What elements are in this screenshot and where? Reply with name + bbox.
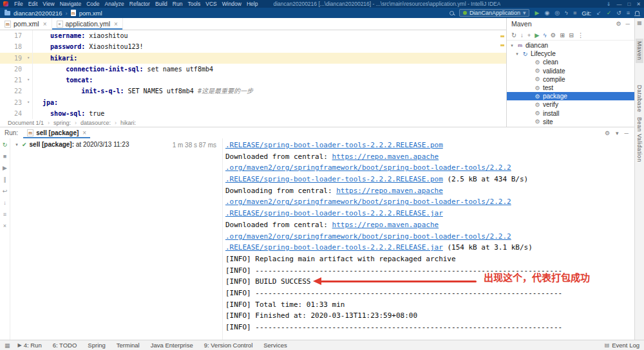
run-tab-sell-package[interactable]: m sell [package] ×: [23, 127, 90, 138]
menu-item-tools[interactable]: Tools: [185, 1, 203, 7]
tool-window-button-bean-validation[interactable]: Bean Validation: [636, 115, 643, 165]
editor-line[interactable]: 17 username: xiaoshitou: [0, 30, 506, 41]
breadcrumb-file[interactable]: pom.xml: [79, 10, 102, 17]
expand-all-icon[interactable]: ⊞: [560, 32, 565, 39]
restart-icon[interactable]: ▶: [3, 165, 7, 171]
notifications-bell-icon[interactable]: [635, 11, 639, 15]
editor-tab-application.yml[interactable]: ≡application.yml×: [52, 18, 123, 30]
stop-icon[interactable]: ■: [3, 153, 6, 160]
run-configuration-select[interactable]: DianCanApplication ▾: [459, 9, 530, 17]
status-bar-item-6-todo[interactable]: 6: TODO: [53, 342, 77, 349]
console-link[interactable]: .org/maven2/org/springframework/boot/spr…: [225, 232, 511, 241]
minimize-window-icon[interactable]: —: [616, 1, 621, 7]
soft-wrap-icon[interactable]: ↩: [3, 188, 8, 194]
gear-icon[interactable]: ⚙: [605, 130, 610, 136]
scroll-to-end-icon[interactable]: ↓: [3, 199, 6, 206]
fold-icon[interactable]: ▾: [24, 75, 32, 86]
collapse-all-icon[interactable]: ⊟: [569, 32, 574, 39]
expand-arrow-icon[interactable]: ▾: [515, 51, 520, 57]
console-link[interactable]: .RELEASE/spring-boot-loader-tools-2.2.2.…: [225, 243, 443, 252]
maven-node-site[interactable]: ⚙site: [507, 118, 634, 126]
menu-item-window[interactable]: Window: [220, 1, 244, 7]
add-maven-project-icon[interactable]: +: [527, 32, 531, 39]
maximize-window-icon[interactable]: □: [627, 1, 630, 7]
search-everywhere-icon[interactable]: [450, 11, 454, 15]
close-icon[interactable]: ×: [43, 21, 47, 28]
maven-node-package[interactable]: ⚙package: [507, 92, 634, 100]
stop-button[interactable]: ■: [573, 10, 576, 16]
breadcrumb-item[interactable]: datasource:: [80, 120, 111, 126]
maven-node-clean[interactable]: ⚙clean: [507, 58, 634, 66]
breadcrumb-item[interactable]: hikari:: [120, 120, 136, 126]
expand-arrow-icon[interactable]: ▾: [14, 142, 19, 147]
coverage-button[interactable]: ◎: [554, 10, 560, 16]
editor-line[interactable]: 20 connection-init-sql: set names utf8mb…: [0, 64, 506, 75]
more-options-icon[interactable]: ⋮: [578, 32, 584, 39]
console-link[interactable]: .org/maven2/org/springframework/boot/spr…: [225, 163, 511, 172]
maven-node-verify[interactable]: ⚙verify: [507, 100, 634, 109]
editor-tab-pom.xml[interactable]: mpom.xml×: [0, 18, 52, 30]
maven-node-validate[interactable]: ⚙validate: [507, 67, 634, 75]
editor-scrollbar[interactable]: [498, 30, 506, 119]
menu-item-refactor[interactable]: Refactor: [127, 1, 153, 7]
menu-item-help[interactable]: Help: [244, 1, 260, 7]
fold-icon[interactable]: ▾: [24, 97, 32, 108]
gear-icon[interactable]: ⚙: [616, 21, 621, 27]
rerun-icon[interactable]: ↻: [3, 142, 8, 148]
debug-button[interactable]: ◉: [544, 10, 549, 16]
menu-item-view[interactable]: View: [40, 1, 57, 7]
close-icon[interactable]: ×: [114, 21, 118, 28]
code-editor[interactable]: 17 username: xiaoshitou18 password: Xiao…: [0, 30, 506, 119]
hide-panel-icon[interactable]: ─: [626, 21, 630, 27]
refresh-icon[interactable]: ↻: [511, 32, 516, 39]
console-link[interactable]: https://repo.maven.apache: [332, 152, 439, 161]
download-indexes-icon[interactable]: ⇓: [607, 1, 611, 7]
tool-windows-icon[interactable]: ▦: [637, 20, 642, 26]
hide-panel-icon[interactable]: ─: [625, 130, 629, 136]
status-bar-item-services[interactable]: Services: [263, 342, 287, 349]
console-link[interactable]: .RELEASE/spring-boot-loader-tools-2.2.2.…: [225, 175, 443, 183]
maven-node-lifecycle[interactable]: ▾↻Lifecycle: [507, 50, 634, 58]
git-update-icon[interactable]: ↙: [596, 10, 601, 16]
close-icon[interactable]: ×: [82, 129, 86, 136]
tool-window-button-maven[interactable]: Maven: [636, 39, 643, 63]
menu-item-build[interactable]: Build: [153, 1, 170, 7]
git-commit-icon[interactable]: ✓: [607, 10, 612, 16]
run-button[interactable]: ▶: [535, 10, 539, 16]
console-link[interactable]: .RELEASE/spring-boot-loader-tools-2.2.2.…: [225, 209, 443, 217]
status-bar-item-terminal[interactable]: Terminal: [117, 342, 140, 349]
warning-stripe-mark[interactable]: [500, 35, 504, 37]
warning-stripe-mark[interactable]: [500, 44, 504, 46]
expand-arrow-icon[interactable]: ▾: [509, 43, 515, 48]
run-tree[interactable]: ▾ ✔ sell [package]: at 2020/3/13 11:23 1…: [10, 138, 223, 340]
maven-node-diancan[interactable]: ▾mdiancan: [507, 41, 634, 50]
menu-item-run[interactable]: Run: [170, 1, 185, 7]
console-link[interactable]: https://repo.maven.apache: [336, 187, 443, 195]
menu-item-code[interactable]: Code: [84, 1, 102, 7]
skip-tests-icon[interactable]: ϟ: [544, 32, 547, 39]
tool-window-switcher-icon[interactable]: ▦: [5, 342, 10, 349]
breadcrumb-item[interactable]: spring:: [53, 120, 71, 126]
console-link[interactable]: https://repo.maven.apache: [332, 221, 439, 229]
status-bar-item-spring[interactable]: Spring: [88, 342, 105, 349]
git-revert-icon[interactable]: ↺: [616, 10, 621, 16]
collapse-icon[interactable]: ▾: [616, 130, 619, 136]
maven-node-compile[interactable]: ⚙compile: [507, 75, 634, 84]
status-bar-item-java-enterprise[interactable]: Java Enterprise: [151, 342, 193, 349]
download-sources-icon[interactable]: ↓: [520, 32, 524, 39]
console-link[interactable]: .RELEASE/spring-boot-loader-tools-2.2.2.…: [225, 141, 443, 149]
editor-line[interactable]: 22 init-s-q-l: SET NAMES utf8mb4 #这是最重要的…: [0, 86, 506, 97]
clear-all-icon[interactable]: ×: [3, 223, 6, 229]
build-console[interactable]: .RELEASE/spring-boot-loader-tools-2.2.2.…: [223, 138, 634, 340]
breadcrumb-project[interactable]: diancan20200216: [14, 10, 62, 17]
event-log-button[interactable]: ▤ Event Log: [605, 342, 639, 349]
breadcrumb-item[interactable]: Document 1/1: [8, 120, 44, 126]
menu-item-analyze[interactable]: Analyze: [102, 1, 127, 7]
tool-window-button-database[interactable]: Database: [636, 82, 643, 115]
menu-item-file[interactable]: File: [12, 1, 26, 7]
maven-node-test[interactable]: ⚙test: [507, 84, 634, 92]
editor-line[interactable]: 18 password: Xiaoshitou123!: [0, 41, 506, 52]
editor-line[interactable]: 19▾ hikari:: [0, 53, 506, 64]
console-link[interactable]: .org/maven2/org/springframework/boot/spr…: [225, 198, 511, 206]
menu-item-navigate[interactable]: Navigate: [57, 1, 84, 7]
